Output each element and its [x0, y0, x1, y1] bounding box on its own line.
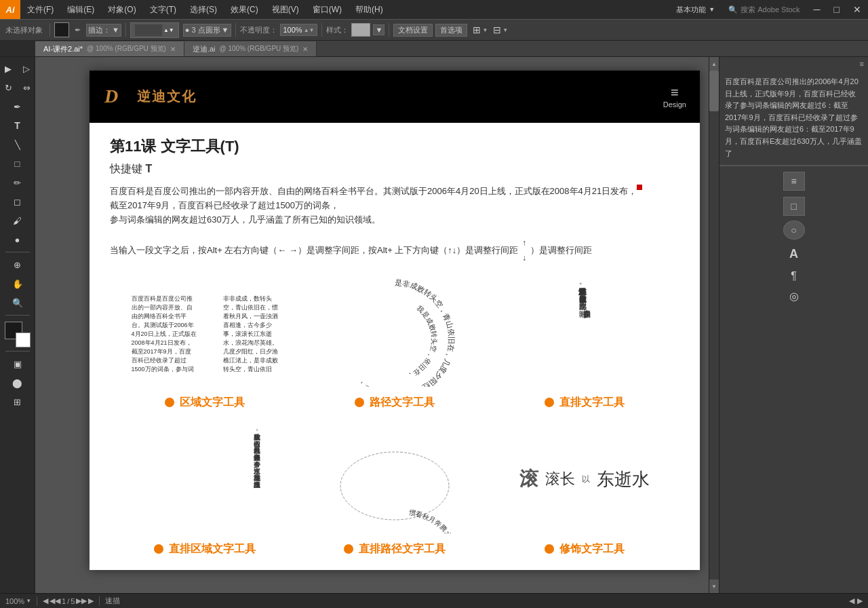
scroll-down-arrow[interactable]: ▼ [709, 580, 719, 593]
doc-settings-button[interactable]: 文档设置 [393, 24, 433, 37]
hand-tool[interactable]: ✋ [9, 275, 26, 292]
page-controls: ◀ ◀◀ 1 / 5 ▶▶ ▶ [43, 596, 94, 605]
menu-edit[interactable]: 编辑(E) [60, 0, 101, 19]
deco-text-demo-section: 滚 滚长 以 东逝水 修饰文字工具 [490, 423, 679, 556]
area-text-sample: 百度百科是百度公司推出的一部内容开放、自由的网络百科全书平台。其测试版于2006… [129, 292, 200, 373]
canvas-area[interactable]: D 逆迪文化 ≡ Design 第11课 文字工具(T) 快捷键 T [35, 57, 719, 593]
points-dropdown[interactable]: ● 3 点圆形 ▼ [183, 24, 231, 37]
select-tool[interactable]: ▶ [0, 60, 17, 77]
zoom-tool[interactable]: 🔍 [9, 294, 26, 311]
background-color[interactable] [16, 332, 31, 347]
page-prev[interactable]: ◀ [43, 596, 48, 605]
line-tool[interactable]: ╲ [9, 136, 26, 153]
deco-text-demo-box: 滚 滚长 以 东逝水 [490, 423, 679, 535]
tab2-close[interactable]: ✕ [302, 45, 308, 53]
zoom-control[interactable]: 100% ▼ [5, 597, 31, 605]
scroll-up-arrow[interactable]: ▲ [709, 57, 719, 71]
align-controls[interactable]: ⊟ ▼ [493, 24, 508, 35]
brush-tool[interactable]: 🖌 [9, 212, 26, 229]
search-stock[interactable]: 🔍 搜索 Adobe Stock [722, 0, 806, 19]
search-placeholder: 搜索 Adobe Stock [741, 5, 800, 15]
arrange-arrow: ▼ [482, 27, 488, 33]
style-preview[interactable] [351, 23, 370, 37]
page-next[interactable]: ▶▶ [76, 596, 87, 605]
lesson-title: 第11课 文字工具(T) [110, 136, 679, 157]
tab1-info: @ 100% (RGB/GPU 预览) [87, 44, 166, 54]
menu-window[interactable]: 窗口(W) [306, 0, 349, 19]
screen-mode-btn[interactable]: ▣ [9, 355, 26, 373]
close-button[interactable]: ✕ [846, 0, 868, 19]
deco-text-sample: 滚 滚长 以 东逝水 [519, 466, 650, 492]
menu-select[interactable]: 选择(S) [183, 0, 224, 19]
toolbar: 未选择对象 ✒ 描边： ▼ ▲▼ ● 3 点圆形 ▼ 不透明度： 100% ▲▼… [0, 19, 868, 41]
image-trace-btn[interactable]: ⊞ [9, 393, 26, 411]
menu-view[interactable]: 视图(V) [265, 0, 306, 19]
zoom-in-tool[interactable]: ⊕ [9, 256, 26, 273]
arrange-controls[interactable]: ⊞ ▼ [473, 24, 488, 35]
maximize-button[interactable]: □ [827, 0, 846, 19]
style-label: 样式： [326, 25, 349, 35]
right-tool-para[interactable]: ¶ [791, 270, 797, 282]
tab-file2[interactable]: 逆迪.ai @ 100% (RGB/GPU 预览) ✕ [184, 41, 317, 56]
right-tool-text-A[interactable]: A [789, 247, 798, 261]
draw-mode-btn[interactable]: ⬤ [9, 374, 26, 392]
area-text-label: 区域文字工具 [165, 396, 245, 410]
status-nav-right[interactable]: ▶ [857, 596, 863, 605]
mini-tool-row1: ≡ [783, 172, 805, 191]
tab2-label: 逆迪.ai [193, 44, 216, 54]
panel-collapse-btn[interactable]: ≡ [860, 60, 864, 68]
text-tool[interactable]: T [9, 117, 26, 134]
page-last[interactable]: ▶ [88, 596, 94, 605]
transform-tools: ↻ ⇔ [0, 79, 35, 96]
stroke-dropdown-arrow: ▼ [112, 26, 119, 34]
svg-text:D: D [104, 86, 118, 107]
minimize-button[interactable]: ─ [807, 0, 827, 19]
menu-file[interactable]: 文件(F) [20, 0, 60, 19]
sep4 [321, 23, 322, 37]
header-menu-icon[interactable]: ≡ [671, 85, 679, 100]
status-sep2 [99, 596, 100, 606]
stroke-dropdown[interactable]: 描边： ▼ [86, 24, 121, 37]
right-tool-hamburger[interactable]: ≡ [783, 172, 805, 191]
pencil-tool[interactable]: ✏ [9, 174, 26, 191]
page-first[interactable]: ◀◀ [50, 596, 60, 605]
scroll-thumb[interactable] [709, 71, 719, 111]
menu-effect[interactable]: 效果(C) [224, 0, 265, 19]
artboard: D 逆迪文化 ≡ Design 第11课 文字工具(T) 快捷键 T [90, 71, 700, 570]
tab1-label: AI-课件2.ai* [43, 44, 83, 54]
vertical-scrollbar[interactable]: ▲ ▼ [709, 57, 719, 593]
doc-header: D 逆迪文化 ≡ Design [90, 71, 700, 123]
stroke-tool[interactable]: ✒ [72, 26, 83, 35]
tab1-close[interactable]: ✕ [170, 45, 176, 53]
stroke-weight-box[interactable]: ▲▼ [130, 22, 179, 38]
stroke-color-box[interactable] [54, 22, 69, 37]
style-dropdown[interactable]: ▼ [373, 24, 384, 35]
page-sep: / [67, 597, 69, 605]
opacity-box[interactable]: 100% ▲▼ [280, 24, 318, 36]
tab-file1[interactable]: AI-课件2.ai* @ 100% (RGB/GPU 预览) ✕ [35, 41, 184, 56]
tool-sep3 [5, 351, 30, 352]
right-tool-rect[interactable]: □ [783, 197, 805, 216]
menu-help[interactable]: 帮助(H) [349, 0, 390, 19]
workspace-label[interactable]: 基本功能 ▼ [669, 0, 722, 19]
svg-text:是非成败转头空，青山依旧在，几度夕阳红，是非成败转头空，: 是非成败转头空，青山依旧在，几度夕阳红，是非成败转头空， [355, 278, 456, 387]
menu-object[interactable]: 对象(O) [101, 0, 142, 19]
status-nav-left[interactable]: ◀ [849, 596, 854, 605]
preferences-button[interactable]: 首选项 [435, 24, 467, 37]
sep5 [389, 23, 389, 37]
area-text-sample2: 非非成成，数转头空，青山依旧在，惯看秋月风，一壶浊酒喜相逢，古今多少事，滚滚长江… [220, 292, 281, 373]
tab2-info: @ 100% (RGB/GPU 预览) [220, 44, 299, 54]
eraser-tool[interactable]: ◻ [9, 193, 26, 210]
menu-text[interactable]: 文字(T) [143, 0, 183, 19]
mirror-tool[interactable]: ⇔ [18, 79, 35, 96]
text-cursor-indicator [637, 185, 642, 190]
right-tool-circle[interactable]: ○ [783, 221, 805, 240]
right-tool-circle2[interactable]: ◎ [789, 290, 799, 303]
direct-select-tool[interactable]: ▷ [18, 60, 35, 77]
blob-brush-tool[interactable]: ● [9, 231, 26, 248]
shape-tool[interactable]: □ [9, 155, 26, 172]
v-area-text-sample: 非成败转头空，青山 依旧在，惯看秋月 风。春一壶浊酒喜相 逢，古今多少事，江 东… [147, 428, 262, 530]
pen-tool[interactable]: ✒ [9, 98, 26, 115]
svg-text:惯看秋月奔腾水势，别东逝水是，惯看秋月诗春风。是成败转头: 惯看秋月奔腾水势，别东逝水是，惯看秋月诗春风。是成败转头 [336, 508, 455, 533]
rotate-tool[interactable]: ↻ [0, 79, 17, 96]
